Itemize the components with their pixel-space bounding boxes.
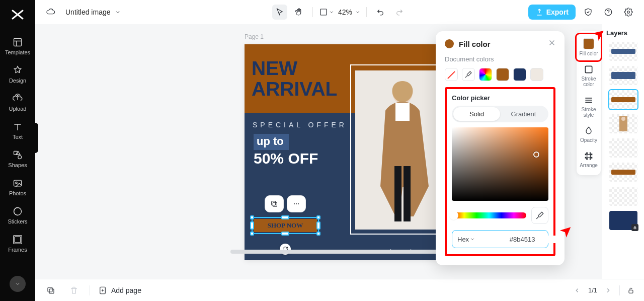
chevron-down-icon	[115, 9, 121, 15]
rail-label: Design	[9, 78, 26, 84]
app-logo[interactable]	[9, 6, 26, 23]
hex-input-row: Hex	[452, 230, 548, 248]
panel-collapse-handle[interactable]	[33, 123, 38, 153]
prop-label: Stroke color	[577, 76, 601, 87]
svg-rect-8	[320, 9, 327, 15]
prop-opacity[interactable]: Opacity	[577, 122, 601, 147]
swatch-rainbow[interactable]	[479, 68, 492, 81]
stroke-style-icon	[584, 95, 594, 105]
duplicate-button[interactable]	[265, 195, 284, 212]
more-button[interactable]	[287, 195, 306, 212]
resize-handle[interactable]	[316, 232, 320, 236]
help-icon[interactable]	[601, 5, 616, 20]
tab-solid[interactable]: Solid	[453, 107, 500, 121]
picker-mode-tabs: Solid Gradient	[452, 106, 548, 122]
resize-handle[interactable]	[316, 215, 320, 219]
rail-more[interactable]	[10, 276, 26, 292]
horizontal-scrollbar[interactable]	[230, 250, 442, 254]
canvas-size-menu[interactable]	[319, 5, 334, 20]
prop-arrange[interactable]: Arrange	[577, 147, 601, 172]
layer-thumb[interactable]	[609, 187, 637, 206]
upto-text[interactable]: up to	[254, 134, 289, 150]
rail-templates[interactable]: Templates	[0, 32, 35, 60]
next-page-button[interactable]	[603, 285, 613, 295]
add-page-button[interactable]: Add page	[98, 286, 141, 295]
rail-upload[interactable]: Upload	[0, 89, 35, 117]
tab-gradient[interactable]: Gradient	[500, 107, 547, 121]
zoom-control[interactable]: 42%	[338, 8, 360, 16]
hue-knob[interactable]	[450, 212, 457, 219]
layer-thumb[interactable]	[609, 90, 637, 109]
hue-slider[interactable]	[452, 212, 526, 218]
settings-icon[interactable]	[621, 5, 636, 20]
prop-stroke-style[interactable]: Stroke style	[577, 91, 601, 122]
resize-handle[interactable]	[250, 221, 254, 230]
eyedropper-button[interactable]	[531, 207, 548, 224]
rail-label: Templates	[5, 49, 30, 55]
lock-icon[interactable]	[626, 285, 636, 295]
pages-grid-icon[interactable]	[43, 283, 58, 298]
rail-label: Shapes	[8, 162, 27, 168]
sv-cursor[interactable]	[533, 152, 539, 158]
rail-label: Text	[13, 134, 23, 140]
stroke-color-icon	[584, 64, 594, 74]
prop-stroke-color[interactable]: Stroke color	[577, 60, 601, 91]
color-mode-select[interactable]: Hex	[457, 236, 475, 243]
layer-thumb[interactable]	[609, 42, 637, 61]
hand-tool[interactable]	[291, 5, 306, 20]
fill-color-swatch	[583, 38, 594, 49]
layer-thumb[interactable]	[609, 138, 637, 158]
document-colors-row	[445, 68, 555, 81]
undo-button[interactable]	[373, 5, 388, 20]
document-title-text: Untitled image	[65, 8, 111, 16]
svg-point-4	[16, 182, 17, 184]
shield-icon[interactable]	[581, 5, 596, 20]
resize-handle[interactable]	[281, 232, 289, 236]
resize-handle[interactable]	[281, 215, 289, 219]
saturation-value-field[interactable]	[452, 127, 548, 201]
prop-fill-color[interactable]: Fill color	[577, 34, 601, 60]
cloud-sync-icon[interactable]	[43, 5, 58, 20]
discount-text[interactable]: 50% OFF	[254, 150, 318, 167]
rail-design[interactable]: Design	[0, 60, 35, 89]
headline-text[interactable]: NEW ARRIVAL	[252, 58, 337, 100]
hex-input[interactable]	[480, 236, 565, 243]
export-icon	[535, 8, 543, 16]
left-rail: Templates Design Upload Text Shapes Phot…	[0, 0, 35, 301]
resize-handle[interactable]	[316, 221, 320, 230]
svg-point-2	[18, 156, 22, 159]
rail-frames[interactable]: Frames	[0, 230, 35, 258]
prev-page-button[interactable]	[572, 285, 582, 295]
export-button[interactable]: Export	[528, 5, 576, 20]
close-icon[interactable]	[547, 38, 557, 48]
resize-handle[interactable]	[250, 215, 254, 219]
document-title[interactable]: Untitled image	[65, 8, 121, 16]
rail-photos[interactable]: Photos	[0, 173, 35, 201]
swatch-color[interactable]	[513, 68, 526, 81]
fill-color-swatch-icon	[445, 39, 454, 48]
rail-stickers[interactable]: Stickers	[0, 201, 35, 230]
layer-thumb[interactable]	[609, 163, 637, 182]
svg-rect-33	[48, 287, 52, 292]
svg-point-30	[621, 117, 625, 121]
swatch-color[interactable]	[530, 68, 543, 81]
swatch-eyedropper[interactable]	[462, 68, 475, 81]
rail-text[interactable]: Text	[0, 117, 35, 145]
layer-thumb[interactable]	[609, 66, 637, 85]
redo-button[interactable]	[392, 5, 407, 20]
swatch-none[interactable]	[445, 68, 458, 81]
select-tool[interactable]	[272, 5, 287, 20]
svg-point-23	[294, 203, 295, 204]
layer-thumb[interactable]	[609, 114, 637, 133]
discount-label: 50% OFF	[254, 150, 318, 167]
svg-rect-20	[404, 166, 411, 221]
swatch-color[interactable]	[496, 68, 509, 81]
design-canvas[interactable]: NEW ARRIVAL SPECIAL OFFER up to 50% OFF …	[245, 44, 460, 260]
delete-page-icon[interactable]	[66, 283, 82, 298]
rail-shapes[interactable]: Shapes	[0, 145, 35, 173]
special-offer-text[interactable]: SPECIAL OFFER	[253, 121, 347, 129]
prop-label: Arrange	[580, 163, 598, 168]
separator	[366, 7, 367, 17]
layer-thumb[interactable]	[609, 211, 637, 230]
resize-handle[interactable]	[250, 232, 254, 236]
